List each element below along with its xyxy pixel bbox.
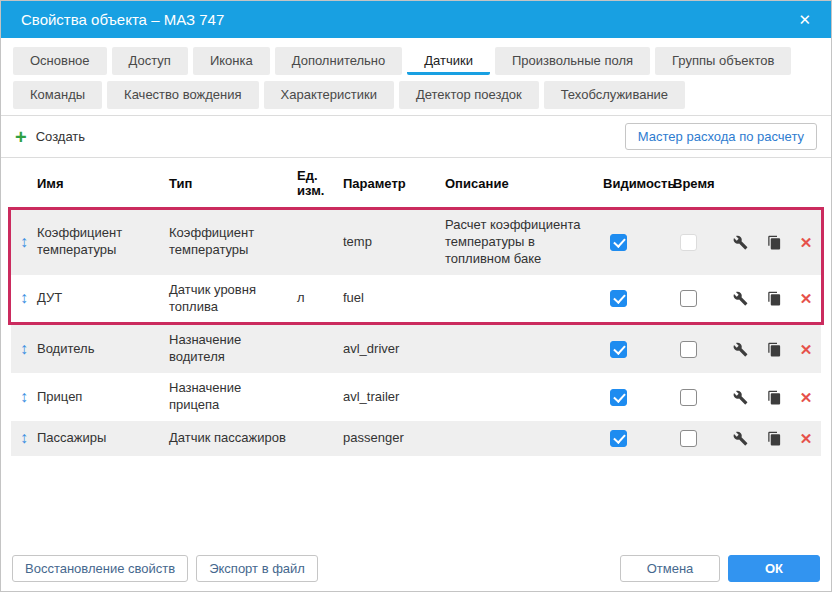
row-fuel-sensor: ↕ ДУТ Датчик уровня топлива л fuel ✕ (11, 275, 821, 323)
tab-general[interactable]: Основное (13, 47, 107, 75)
drag-handle-icon[interactable]: ↕ (11, 288, 37, 309)
edit-wrench-icon[interactable] (723, 342, 757, 357)
sensor-param: fuel (343, 290, 445, 307)
sensor-param: avl_driver (343, 341, 445, 358)
row-trailer: ↕ Прицеп Назначение прицепа avl_trailer … (11, 373, 821, 421)
tab-icon[interactable]: Иконка (193, 47, 270, 75)
time-checkbox[interactable] (680, 341, 697, 358)
sensor-desc: Расчет коэффициента температуры в топлив… (445, 217, 603, 268)
drag-handle-icon[interactable]: ↕ (11, 339, 37, 360)
sensor-type: Датчик уровня топлива (169, 282, 297, 316)
col-visibility: Видимость (603, 176, 673, 191)
sensor-name: Водитель (37, 341, 169, 358)
visibility-checkbox[interactable] (610, 234, 627, 251)
col-unit: Ед. изм. (297, 168, 343, 198)
tab-unit-groups[interactable]: Группы объектов (655, 47, 791, 75)
sensor-name: ДУТ (37, 290, 169, 307)
tab-custom-fields[interactable]: Произвольные поля (495, 47, 650, 75)
dialog-titlebar: Свойства объекта – МАЗ 747 ✕ (1, 1, 831, 38)
footer-left-group: Восстановление свойств Экспорт в файл (12, 555, 318, 582)
tab-trip-detector[interactable]: Детектор поездок (399, 81, 539, 109)
sensor-type: Датчик пассажиров (169, 430, 297, 447)
row-temp-coefficient: ↕ Коэффициент температуры Коэффициент те… (11, 210, 821, 275)
tab-access[interactable]: Доступ (112, 47, 188, 75)
tab-commands[interactable]: Команды (13, 81, 102, 109)
create-label: Создать (36, 129, 85, 144)
sensor-param: passenger (343, 430, 445, 447)
cancel-button[interactable]: Отмена (620, 555, 720, 582)
drag-handle-icon[interactable]: ↕ (11, 428, 37, 449)
copy-icon[interactable] (757, 342, 791, 357)
sensors-toolbar: + Создать Мастер расхода по расчету (1, 116, 831, 158)
edit-wrench-icon[interactable] (723, 390, 757, 405)
col-desc: Описание (445, 176, 603, 191)
time-checkbox[interactable] (680, 234, 697, 251)
tab-advanced[interactable]: Дополнительно (275, 47, 403, 75)
col-param: Параметр (343, 176, 445, 191)
plus-icon: + (15, 129, 27, 145)
visibility-checkbox[interactable] (610, 341, 627, 358)
visibility-checkbox[interactable] (610, 430, 627, 447)
copy-icon[interactable] (757, 431, 791, 446)
tab-driving-quality[interactable]: Качество вождения (107, 81, 258, 109)
delete-icon[interactable]: ✕ (791, 431, 821, 446)
tab-row-2: Команды Качество вождения Характеристики… (13, 81, 819, 109)
copy-icon[interactable] (757, 390, 791, 405)
tab-maintenance[interactable]: Техобслуживание (544, 81, 685, 109)
edit-wrench-icon[interactable] (723, 291, 757, 306)
sensor-name: Коэффициент температуры (37, 225, 169, 259)
tab-characteristics[interactable]: Характеристики (264, 81, 394, 109)
visibility-checkbox[interactable] (610, 290, 627, 307)
sensor-name: Пассажиры (37, 430, 169, 447)
delete-icon[interactable]: ✕ (791, 390, 821, 405)
sensor-unit: л (297, 290, 343, 307)
highlighted-rows-box: ↕ Коэффициент температуры Коэффициент те… (8, 207, 824, 325)
drag-handle-icon[interactable]: ↕ (11, 387, 37, 408)
sensor-param: temp (343, 234, 445, 251)
edit-wrench-icon[interactable] (723, 235, 757, 250)
time-checkbox[interactable] (680, 430, 697, 447)
edit-wrench-icon[interactable] (723, 431, 757, 446)
time-checkbox[interactable] (680, 290, 697, 307)
delete-icon[interactable]: ✕ (791, 291, 821, 306)
sensor-type: Назначение водителя (169, 332, 297, 366)
close-icon[interactable]: ✕ (792, 9, 817, 31)
consumption-wizard-button[interactable]: Мастер расхода по расчету (625, 123, 817, 150)
row-passengers: ↕ Пассажиры Датчик пассажиров passenger … (11, 421, 821, 456)
delete-icon[interactable]: ✕ (791, 235, 821, 250)
export-to-file-button[interactable]: Экспорт в файл (196, 555, 318, 582)
col-name: Имя (37, 176, 169, 191)
ok-button[interactable]: ОК (728, 555, 820, 582)
sensor-param: avl_trailer (343, 389, 445, 406)
tab-sensors[interactable]: Датчики (407, 47, 490, 75)
drag-handle-icon[interactable]: ↕ (11, 232, 37, 253)
col-type: Тип (169, 176, 297, 191)
sensors-table: Имя Тип Ед. изм. Параметр Описание Видим… (1, 158, 831, 547)
dialog-title: Свойства объекта – МАЗ 747 (21, 11, 792, 28)
tabs-bar: Основное Доступ Иконка Дополнительно Дат… (1, 38, 831, 116)
dialog-footer: Восстановление свойств Экспорт в файл От… (1, 547, 831, 591)
sensor-type: Коэффициент температуры (169, 225, 297, 259)
tab-row-1: Основное Доступ Иконка Дополнительно Дат… (13, 47, 819, 75)
object-properties-dialog: Свойства объекта – МАЗ 747 ✕ Основное До… (0, 0, 832, 592)
sensor-name: Прицеп (37, 389, 169, 406)
restore-properties-button[interactable]: Восстановление свойств (12, 555, 188, 582)
col-time: Время (673, 176, 723, 191)
footer-right-group: Отмена ОК (620, 555, 820, 582)
delete-icon[interactable]: ✕ (791, 342, 821, 357)
row-driver: ↕ Водитель Назначение водителя avl_drive… (11, 325, 821, 373)
visibility-checkbox[interactable] (610, 389, 627, 406)
sensor-type: Назначение прицепа (169, 380, 297, 414)
copy-icon[interactable] (757, 235, 791, 250)
copy-icon[interactable] (757, 291, 791, 306)
create-sensor-button[interactable]: + Создать (15, 129, 85, 145)
time-checkbox[interactable] (680, 389, 697, 406)
table-header-row: Имя Тип Ед. изм. Параметр Описание Видим… (11, 164, 821, 207)
